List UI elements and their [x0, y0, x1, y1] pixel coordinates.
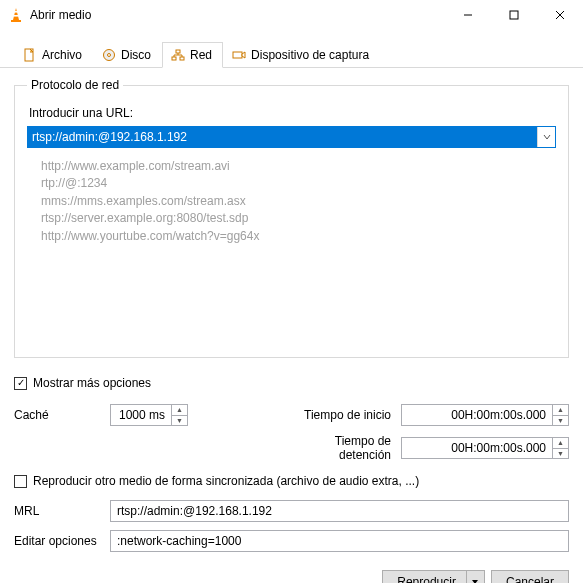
file-icon [23, 48, 37, 62]
play-dropdown-icon[interactable] [466, 571, 484, 583]
tab-capture-label: Dispositivo de captura [251, 48, 369, 62]
url-input[interactable] [28, 127, 537, 147]
tab-network[interactable]: Red [162, 42, 223, 68]
minimize-button[interactable] [445, 0, 491, 30]
network-icon [171, 48, 185, 62]
tab-disc-label: Disco [121, 48, 151, 62]
sync-checkbox[interactable] [14, 475, 27, 488]
show-more-checkbox[interactable] [14, 377, 27, 390]
play-button[interactable]: Reproducir [382, 570, 485, 583]
cancel-button[interactable]: Cancelar [491, 570, 569, 583]
edit-options-input[interactable] [110, 530, 569, 552]
sync-label: Reproducir otro medio de forma sincroniz… [33, 474, 419, 488]
example-line: http://www.yourtube.com/watch?v=gg64x [41, 228, 556, 245]
close-button[interactable] [537, 0, 583, 30]
example-line: rtsp://server.example.org:8080/test.sdp [41, 210, 556, 227]
window-title: Abrir medio [30, 8, 445, 22]
cache-label: Caché [14, 408, 100, 422]
example-line: rtp://@:1234 [41, 175, 556, 192]
url-label: Introducir una URL: [29, 106, 556, 120]
protocol-legend: Protocolo de red [27, 78, 123, 92]
protocol-fieldset: Protocolo de red Introducir una URL: htt… [14, 78, 569, 358]
url-combobox[interactable] [27, 126, 556, 148]
svg-rect-12 [180, 57, 184, 60]
spin-down-icon[interactable]: ▼ [552, 449, 568, 459]
tab-file-label: Archivo [42, 48, 82, 62]
spin-up-icon[interactable]: ▲ [171, 405, 187, 416]
maximize-button[interactable] [491, 0, 537, 30]
capture-icon [232, 48, 246, 62]
url-dropdown-button[interactable] [537, 127, 555, 147]
tab-bar: Archivo Disco Red Dispositivo de captura [0, 30, 583, 68]
show-more-row[interactable]: Mostrar más opciones [0, 370, 583, 398]
cache-spinner[interactable]: ▲▼ [110, 404, 188, 426]
show-more-label: Mostrar más opciones [33, 376, 151, 390]
spin-up-icon[interactable]: ▲ [552, 438, 568, 449]
svg-rect-13 [176, 50, 180, 53]
tab-capture[interactable]: Dispositivo de captura [223, 42, 380, 68]
svg-rect-1 [14, 11, 18, 13]
tab-disc[interactable]: Disco [93, 42, 162, 68]
cancel-button-label: Cancelar [506, 575, 554, 584]
svg-rect-5 [510, 11, 518, 19]
stop-time-input[interactable] [402, 441, 552, 455]
mrl-label: MRL [14, 504, 100, 518]
svg-rect-2 [13, 15, 18, 17]
disc-icon [102, 48, 116, 62]
tab-file[interactable]: Archivo [14, 42, 93, 68]
svg-rect-11 [172, 57, 176, 60]
start-time-input[interactable] [402, 408, 552, 422]
svg-marker-0 [13, 8, 19, 20]
svg-rect-18 [233, 52, 242, 58]
spin-up-icon[interactable]: ▲ [552, 405, 568, 416]
start-time-label: Tiempo de inicio [281, 408, 391, 422]
titlebar: Abrir medio [0, 0, 583, 30]
svg-point-10 [108, 54, 111, 57]
edit-options-label: Editar opciones [14, 534, 100, 548]
cache-input[interactable] [111, 408, 171, 422]
example-line: http://www.example.com/stream.avi [41, 158, 556, 175]
advanced-options: Caché ▲▼ Tiempo de inicio ▲▼ Tiempo de d… [0, 398, 583, 462]
stop-time-spinner[interactable]: ▲▼ [401, 437, 569, 459]
stop-time-label: Tiempo de detención [281, 434, 391, 462]
start-time-spinner[interactable]: ▲▼ [401, 404, 569, 426]
vlc-cone-icon [8, 7, 24, 23]
svg-marker-20 [472, 580, 478, 584]
tab-network-label: Red [190, 48, 212, 62]
url-examples: http://www.example.com/stream.avi rtp://… [41, 158, 556, 245]
sync-row[interactable]: Reproducir otro medio de forma sincroniz… [0, 470, 583, 498]
network-pane: Protocolo de red Introducir una URL: htt… [0, 68, 583, 370]
dialog-footer: Reproducir Cancelar [0, 560, 583, 583]
play-button-label: Reproducir [397, 575, 456, 584]
svg-rect-3 [11, 20, 21, 22]
mrl-input[interactable] [110, 500, 569, 522]
example-line: mms://mms.examples.com/stream.asx [41, 193, 556, 210]
spin-down-icon[interactable]: ▼ [171, 416, 187, 426]
spin-down-icon[interactable]: ▼ [552, 416, 568, 426]
